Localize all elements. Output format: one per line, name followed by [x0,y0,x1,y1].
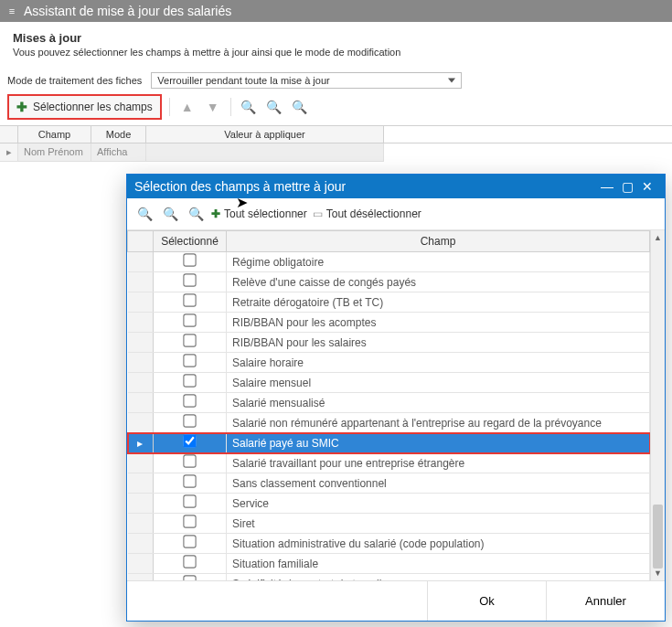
dialog-toolbar: 🔍 🔍 🔍 ✚ Tout sélectionner ▭ Tout désélec… [127,198,665,230]
main-toolbar: ✚ Sélectionner les champs ▲ ▼ 🔍 🔍 🔍 [0,92,672,123]
main-grid-row[interactable]: ▸ Nom Prénom Afficha [0,143,672,162]
row-checkbox[interactable] [183,273,196,286]
ok-button[interactable]: Ok [427,581,546,621]
row-checkbox-cell[interactable] [154,514,227,534]
row-checkbox-cell[interactable] [154,393,227,413]
row-label: Retraite dérogatoire (TB et TC) [227,292,650,313]
col-field[interactable]: Champ [227,231,650,252]
row-checkbox-cell[interactable] [154,252,227,272]
table-row[interactable]: Régime obligatoire [128,252,650,272]
row-checkbox[interactable] [183,374,196,387]
cancel-button[interactable]: Annuler [546,581,665,621]
table-row[interactable]: Situation familiale [128,554,650,574]
row-checkbox[interactable] [183,253,196,266]
col-champ[interactable]: Champ [18,126,91,143]
row-checkbox[interactable] [183,515,196,527]
row-checkbox[interactable] [183,494,196,507]
toolbar-separator [230,98,231,116]
row-gutter [128,252,154,272]
row-checkbox[interactable] [183,394,196,407]
row-checkbox-cell[interactable] [154,574,227,581]
row-checkbox-cell[interactable] [154,292,227,313]
table-row[interactable]: Sans classement conventionnel [128,473,650,494]
field-table: Sélectionné Champ Régime obligatoireRelè… [127,230,650,580]
cell-valeur [146,143,384,162]
row-checkbox-cell[interactable] [154,353,227,373]
row-checkbox[interactable] [183,434,196,447]
zoom-icon[interactable]: 🔍 [134,204,155,224]
zoom-icon[interactable]: 🔍 [239,97,259,117]
row-checkbox[interactable] [183,414,196,427]
row-gutter: ▸ [128,433,154,453]
scroll-down-icon[interactable]: ▼ [651,566,665,580]
row-label: Sans classement conventionnel [227,473,650,494]
row-checkbox[interactable] [183,314,196,326]
row-checkbox[interactable] [183,454,196,467]
table-row[interactable]: RIB/BBAN pour les salaires [128,333,650,353]
row-checkbox[interactable] [183,334,196,346]
table-row[interactable]: Salarié mensualisé [128,393,650,413]
table-row[interactable]: Salarié travaillant pour une entreprise … [128,453,650,473]
table-row[interactable]: ▸Salarié payé au SMIC [128,433,650,453]
row-checkbox-cell[interactable] [154,453,227,473]
row-label: Salarié payé au SMIC [227,433,650,453]
row-label: Situation familiale [227,554,650,574]
table-row[interactable]: Siret [128,514,650,534]
row-checkbox-cell[interactable] [154,494,227,514]
deselect-all-button[interactable]: ▭ Tout désélectionner [313,207,421,220]
row-checkbox-cell[interactable] [154,413,227,433]
row-checkbox[interactable] [183,474,196,487]
scroll-thumb[interactable] [653,505,663,569]
row-label: Salarié travaillant pour une entreprise … [227,453,650,473]
row-checkbox[interactable] [183,535,196,547]
select-all-button[interactable]: ✚ Tout sélectionner [211,207,307,220]
table-row[interactable]: Relève d'une caisse de congés payés [128,272,650,292]
table-row[interactable]: Salaire horaire [128,353,650,373]
table-row[interactable]: Situation administrative du salarié (cod… [128,534,650,554]
row-gutter [128,353,154,373]
zoom-out-icon[interactable]: 🔍 [264,97,284,117]
mode-select[interactable]: Verrouiller pendant toute la mise à jour [151,72,462,89]
vertical-scrollbar[interactable]: ▲ ▼ [650,230,665,580]
row-checkbox-cell[interactable] [154,534,227,554]
zoom-reset-icon[interactable]: 🔍 [186,204,206,224]
row-checkbox-cell[interactable] [154,373,227,393]
row-checkbox[interactable] [183,575,196,580]
table-row[interactable]: Salaire mensuel [128,373,650,393]
select-fields-button[interactable]: ✚ Sélectionner les champs [7,94,162,120]
row-checkbox-cell[interactable] [154,473,227,494]
scroll-up-icon[interactable]: ▲ [651,230,665,245]
row-label: Spécificité du contrat de travail [227,574,650,581]
section-heading: Mises à jour [13,31,659,45]
maximize-button[interactable]: ▢ [617,175,637,198]
row-checkbox[interactable] [183,354,196,367]
col-valeur[interactable]: Valeur à appliquer [146,126,384,143]
row-checkbox[interactable] [183,555,196,568]
row-checkbox-cell[interactable] [154,313,227,333]
row-checkbox[interactable] [183,293,196,306]
table-row[interactable]: Service [128,494,650,514]
row-label: Régime obligatoire [227,252,650,272]
table-row[interactable]: Retraite dérogatoire (TB et TC) [128,292,650,313]
table-row[interactable]: Salarié non rémunéré appartenant à l'ent… [128,413,650,433]
move-up-icon[interactable]: ▲ [177,97,197,117]
close-button[interactable]: ✕ [637,175,657,198]
zoom-out-icon[interactable]: 🔍 [160,204,180,224]
col-mode[interactable]: Mode [91,126,146,143]
zoom-reset-icon[interactable]: 🔍 [290,97,310,117]
dialog-title: Sélection des champs à mettre à jour [134,175,346,198]
row-label: Salarié non rémunéré appartenant à l'ent… [227,413,650,433]
col-selected[interactable]: Sélectionné [154,231,227,252]
row-checkbox-cell[interactable] [154,272,227,292]
table-row[interactable]: Spécificité du contrat de travail [128,574,650,581]
row-checkbox-cell[interactable] [154,554,227,574]
row-checkbox-cell[interactable] [154,433,227,453]
cell-champ: Nom Prénom [18,143,91,162]
table-row[interactable]: RIB/BBAN pour les acomptes [128,313,650,333]
move-down-icon[interactable]: ▼ [203,97,223,117]
section-header: Mises à jour [0,22,672,47]
field-selection-dialog: Sélection des champs à mettre à jour — ▢… [126,174,666,622]
minimize-button[interactable]: — [597,175,617,198]
row-selector-icon[interactable]: ▸ [0,143,18,162]
row-checkbox-cell[interactable] [154,333,227,353]
